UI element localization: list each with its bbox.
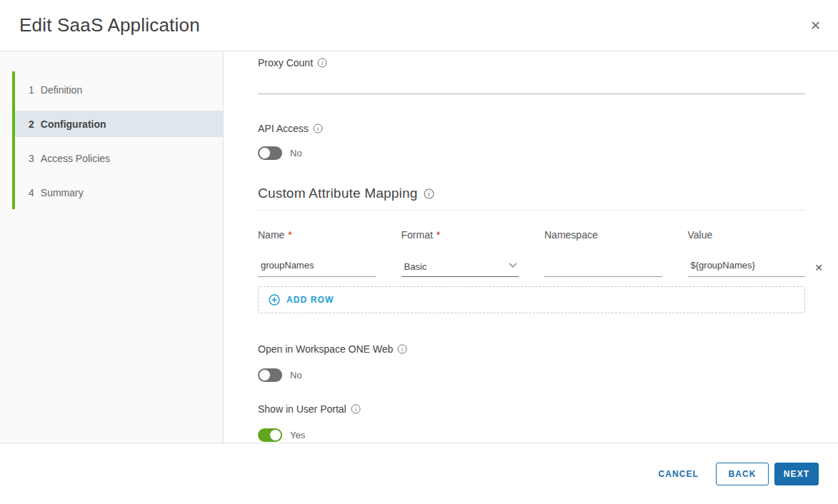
step-access-policies[interactable]: 3 Access Policies <box>15 145 223 171</box>
mapping-format-select[interactable]: Basic <box>401 258 519 277</box>
open-in-web-label: Open in Workspace ONE Web <box>258 343 393 355</box>
required-marker: * <box>288 229 291 241</box>
add-row-label: ADD ROW <box>286 295 334 305</box>
open-in-web-state: No <box>290 370 302 380</box>
step-number: 2 <box>29 119 34 130</box>
add-row-button[interactable]: ADD ROW <box>258 286 805 313</box>
show-in-portal-label-row: Show in User Portal i <box>258 403 805 415</box>
info-icon[interactable]: i <box>424 188 434 199</box>
dialog-body: 1 Definition 2 Configuration 3 Access Po… <box>0 51 838 443</box>
plus-circle-icon <box>269 294 280 306</box>
step-configuration[interactable]: 2 Configuration <box>15 111 223 137</box>
remove-row-icon[interactable]: ✕ <box>814 263 823 273</box>
svg-text:i: i <box>321 59 324 66</box>
svg-text:i: i <box>354 405 356 413</box>
step-summary[interactable]: 4 Summary <box>15 179 223 206</box>
step-label: Access Policies <box>41 153 110 164</box>
show-in-portal-toggle-row: Yes <box>258 428 805 442</box>
toggle-knob <box>259 148 270 158</box>
next-button[interactable]: NEXT <box>774 463 819 485</box>
show-in-portal-state: Yes <box>290 430 305 440</box>
api-access-toggle-row: No <box>258 146 805 160</box>
wizard-steps: 1 Definition 2 Configuration 3 Access Po… <box>0 76 223 206</box>
api-access-state: No <box>290 148 302 158</box>
open-in-web-toggle[interactable] <box>258 368 282 382</box>
step-number: 1 <box>29 84 34 96</box>
step-number: 3 <box>29 153 34 164</box>
mapping-value-input[interactable] <box>688 258 806 277</box>
wizard-progress-bar <box>12 71 15 209</box>
wizard-sidebar: 1 Definition 2 Configuration 3 Access Po… <box>0 51 224 443</box>
mapping-namespace-input[interactable] <box>544 258 662 277</box>
info-icon[interactable]: i <box>317 58 327 68</box>
edit-saas-application-dialog: Edit SaaS Application ✕ 1 Definition 2 C… <box>0 0 838 504</box>
step-number: 4 <box>29 187 34 198</box>
mapping-name-input[interactable] <box>258 258 376 277</box>
step-label: Definition <box>41 84 82 96</box>
required-marker: * <box>437 229 440 241</box>
proxy-count-label-row: Proxy Count i <box>258 57 805 69</box>
column-header-namespace: Namespace <box>544 229 662 241</box>
close-icon[interactable]: ✕ <box>804 15 827 36</box>
show-in-portal-toggle[interactable] <box>258 428 282 442</box>
chevron-down-icon <box>509 258 517 271</box>
step-definition[interactable]: 1 Definition <box>15 76 223 103</box>
dialog-footer: CANCEL BACK NEXT <box>0 443 838 504</box>
column-header-name: Name* <box>258 229 376 241</box>
cancel-button[interactable]: CANCEL <box>655 463 702 485</box>
mapping-column-headers: Name* Format* Namespace Value <box>258 229 805 241</box>
dialog-header: Edit SaaS Application ✕ <box>0 0 838 51</box>
toggle-knob <box>259 370 270 380</box>
step-label: Configuration <box>41 119 106 130</box>
info-icon[interactable]: i <box>351 404 361 414</box>
info-icon[interactable]: i <box>397 344 407 354</box>
api-access-label: API Access <box>258 123 309 134</box>
api-access-label-row: API Access i <box>258 123 805 134</box>
open-in-web-toggle-row: No <box>258 368 805 382</box>
dialog-title: Edit SaaS Application <box>19 14 200 36</box>
column-header-format: Format* <box>401 229 519 241</box>
column-header-value: Value <box>688 229 806 241</box>
step-label: Summary <box>41 187 84 198</box>
show-in-portal-label: Show in User Portal <box>258 403 346 415</box>
configuration-form: Proxy Count i API Access i No Custom Att… <box>224 51 838 443</box>
svg-text:i: i <box>401 346 404 353</box>
open-in-web-label-row: Open in Workspace ONE Web i <box>258 343 805 355</box>
custom-attribute-mapping-heading: Custom Attribute Mapping i <box>258 186 805 201</box>
svg-text:i: i <box>428 189 430 197</box>
section-divider <box>258 210 805 211</box>
svg-text:i: i <box>317 125 319 132</box>
back-button[interactable]: BACK <box>716 463 769 485</box>
proxy-count-input[interactable] <box>258 79 805 94</box>
proxy-count-label: Proxy Count <box>258 57 313 69</box>
api-access-toggle[interactable] <box>258 146 282 160</box>
mapping-row: Basic ✕ <box>258 258 805 277</box>
info-icon[interactable]: i <box>313 124 323 133</box>
section-title: Custom Attribute Mapping <box>258 186 417 201</box>
selected-format: Basic <box>401 261 427 276</box>
toggle-knob <box>270 430 281 440</box>
